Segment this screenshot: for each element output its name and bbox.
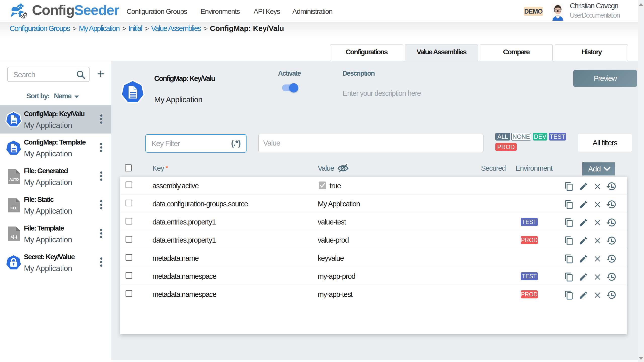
svg-text:${...}: ${...} — [11, 235, 17, 239]
svg-text:AUTO: AUTO — [9, 177, 19, 182]
svg-text:FILE: FILE — [11, 206, 18, 210]
